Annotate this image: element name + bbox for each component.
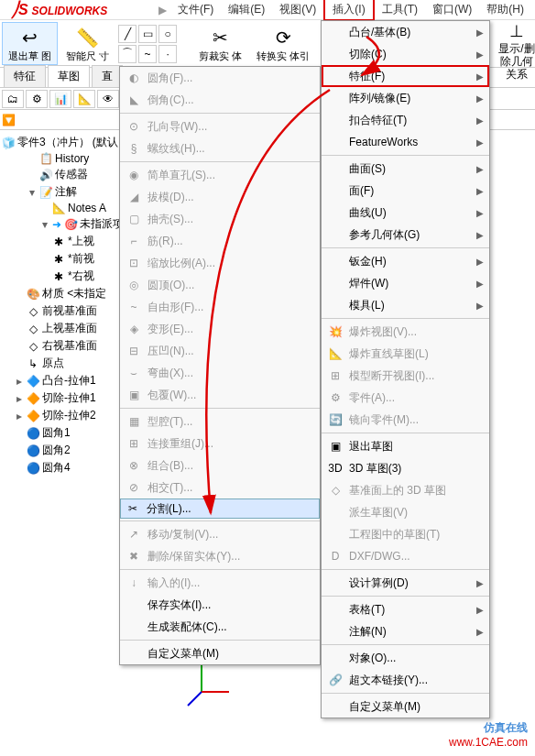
menu-item-icon (327, 90, 344, 106)
display-tab[interactable]: 👁 (97, 90, 119, 108)
menu-item[interactable]: 扣合特征(T)▶ (322, 109, 489, 131)
menu-item[interactable]: 🔗超文本链接(Y)... (322, 669, 489, 691)
menu-item-icon: ▦ (126, 413, 142, 430)
point-tool-button[interactable]: · (158, 45, 177, 63)
menu-item[interactable]: 钣金(H)▶ (322, 250, 489, 272)
menu-item-label: 抽壳(S)... (147, 212, 193, 227)
tree-item-icon: 🔵 (27, 427, 39, 440)
relations-button[interactable]: ⊥ 显示/删 除几何 关系 (498, 22, 535, 82)
menu-item[interactable]: 注解(N)▶ (322, 620, 489, 642)
menu-item[interactable]: 阵列/镜像(E)▶ (322, 87, 489, 109)
menu-item-label: 变形(E)... (147, 322, 193, 337)
menu-item[interactable]: 模具(L)▶ (322, 294, 489, 316)
menu-item-icon: ⊙ (126, 118, 142, 135)
menu-item[interactable]: 面(F)▶ (322, 180, 489, 202)
menu-item[interactable]: FeatureWorks▶ (322, 131, 489, 153)
menu-item[interactable]: 参考几何体(G)▶ (322, 224, 489, 246)
tree-item-icon: 🔷 (27, 375, 39, 388)
menu-item[interactable]: 3D3D 草图(3) (322, 457, 489, 479)
menu-item-icon: ✂ (125, 500, 141, 517)
menu-item-label: 退出草图 (349, 439, 393, 455)
menu-item[interactable]: 对象(O)... (322, 647, 489, 669)
rect-tool-button[interactable]: ▭ (138, 25, 157, 43)
menu-item-icon: § (126, 140, 142, 157)
property-tab[interactable]: ⚙ (26, 90, 48, 108)
expand-icon[interactable]: ▾ (40, 218, 49, 231)
expand-icon[interactable]: ▾ (27, 186, 37, 199)
exit-sketch-button[interactable]: ↩ 退出草 图 (2, 22, 58, 64)
expand-icon[interactable]: ▸ (15, 392, 24, 405)
menu-item-label: 简单直孔(S)... (147, 168, 215, 183)
menu-item-label: 保存实体(I)... (147, 597, 211, 613)
menu-item[interactable]: 曲面(S)▶ (322, 158, 489, 180)
menu-item-label: 特征(F) (349, 69, 385, 84)
menu-view[interactable]: 视图(V) (272, 0, 323, 19)
tree-item-label: 材质 <未指定 (42, 286, 106, 301)
trim-button[interactable]: ✂ 剪裁实 体 (192, 22, 248, 64)
menu-help[interactable]: 帮助(H) (479, 0, 531, 19)
menu-item[interactable]: 切除(C)▶ (322, 43, 489, 65)
menu-item[interactable]: 特征(F)▶ (322, 65, 489, 87)
menu-item-label: 基准面上的 3D 草图 (349, 483, 446, 499)
menu-item[interactable]: 焊件(W)▶ (322, 272, 489, 294)
menu-item-label: 组合(B)... (147, 458, 193, 474)
expand-icon[interactable]: ▸ (15, 375, 24, 388)
feature-tree-tab[interactable]: 🗂 (2, 90, 24, 108)
menu-item[interactable]: ▣退出草图 (322, 435, 489, 457)
menu-item[interactable]: 生成装配体(C)... (120, 616, 320, 638)
spline-tool-button[interactable]: ~ (138, 45, 157, 63)
menu-item-label: 派生草图(V) (349, 505, 408, 520)
circle-tool-button[interactable]: ○ (158, 25, 177, 43)
menu-item: DDXF/DWG... (322, 545, 489, 567)
menu-item-icon: ▣ (327, 438, 344, 455)
menu-insert[interactable]: 插入(I) (323, 0, 374, 21)
menu-item-icon (327, 601, 344, 618)
menu-item: ▢抽壳(S)... (120, 208, 320, 230)
part-icon: 🧊 (2, 137, 15, 149)
config-tab[interactable]: 📊 (49, 90, 71, 108)
menu-edit[interactable]: 编辑(E) (221, 0, 272, 19)
menu-item-label: 表格(T) (349, 602, 385, 618)
menu-item[interactable]: 自定义菜单(M) (120, 642, 320, 664)
menu-item-label: 零件(A)... (349, 390, 395, 406)
menu-item-label: 生成装配体(C)... (147, 619, 227, 635)
menu-window[interactable]: 窗口(W) (425, 0, 479, 19)
menu-item[interactable]: 保存实体(I)... (120, 594, 320, 616)
menu-item-label: 3D 草图(3) (349, 461, 401, 477)
menu-item-label: 爆炸直线草图(L) (349, 346, 429, 362)
expand-icon[interactable]: ▸ (15, 410, 24, 422)
submenu-arrow-icon: ▶ (476, 257, 484, 267)
menu-item[interactable]: 自定义菜单(M) (322, 696, 489, 718)
menu-file[interactable]: 文件(F) (170, 0, 221, 19)
menu-item[interactable]: 表格(T)▶ (322, 598, 489, 620)
menu-item[interactable]: ✂分割(L)... (120, 499, 320, 519)
menu-item-label: 输入的(I)... (147, 575, 200, 591)
arc-tool-button[interactable]: ⌒ (118, 45, 136, 63)
dim-tab[interactable]: 📐 (73, 90, 95, 108)
tab-sketch[interactable]: 草图 (48, 65, 90, 87)
menu-item-label: DXF/DWG... (349, 550, 410, 563)
line-tool-button[interactable]: ╱ (118, 25, 136, 43)
convert-button[interactable]: ⟳ 转换实 体引 (250, 22, 316, 64)
watermark: 仿真在线 www.1CAE.com (449, 720, 528, 749)
menu-item-label: 曲线(U) (349, 205, 387, 221)
tab-feature[interactable]: 特征 (4, 65, 46, 87)
menu-item-label: 移动/复制(V)... (147, 527, 218, 542)
menu-item[interactable]: 设计算例(D)▶ (322, 572, 489, 594)
menu-item-icon (327, 226, 344, 243)
menu-tools[interactable]: 工具(T) (375, 0, 425, 19)
menu-item-icon: ◣ (126, 92, 142, 108)
menu-item[interactable]: 凸台/基体(B)▶ (322, 21, 489, 43)
smart-dimension-button[interactable]: 📏 智能尺 寸 (60, 22, 115, 64)
menu-item: ✖删除/保留实体(Y)... (120, 545, 320, 567)
menu-item-icon: ◈ (126, 321, 142, 337)
menu-item: ⚙零件(A)... (322, 387, 489, 409)
menu-item-icon: ◎ (126, 277, 142, 293)
tree-item-label: 未指派项 (80, 216, 124, 232)
menu-item[interactable]: 曲线(U)▶ (322, 202, 489, 224)
menu-item-icon: ⊟ (126, 343, 142, 359)
filter-icon[interactable]: 🔽 (2, 114, 16, 126)
tab-direct[interactable]: 直 (92, 65, 123, 87)
menu-item-label: 拔模(D)... (147, 190, 194, 205)
tree-item-label: *上视 (68, 234, 94, 249)
